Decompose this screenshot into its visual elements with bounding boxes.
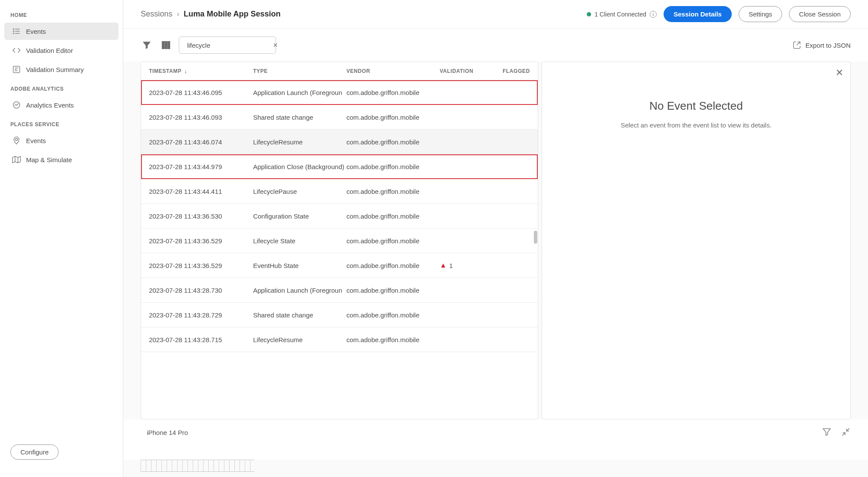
cell-timestamp: 2023-07-28 11:43:44.411	[149, 188, 253, 195]
summary-icon	[12, 65, 21, 74]
table-row[interactable]: 2023-07-28 11:43:46.095Application Launc…	[141, 80, 538, 105]
sidebar-item-places-events[interactable]: Events	[4, 132, 118, 149]
chevron-right-icon: ›	[177, 10, 179, 19]
timeline-segment	[141, 460, 254, 472]
cell-type: Application Launch (Foregroun	[253, 89, 346, 96]
timeline[interactable]	[141, 460, 851, 472]
column-header-timestamp[interactable]: TIMESTAMP ↓	[149, 68, 253, 75]
footer-bar: iPhone 14 Pro	[123, 419, 868, 460]
cell-timestamp: 2023-07-28 11:43:46.095	[149, 89, 253, 96]
cell-vendor: com.adobe.griffon.mobile	[346, 311, 440, 319]
sidebar-item-validation-editor[interactable]: Validation Editor	[4, 42, 118, 59]
cell-timestamp: 2023-07-28 11:43:44.979	[149, 163, 253, 170]
configure-button[interactable]: Configure	[10, 444, 59, 460]
cell-timestamp: 2023-07-28 11:43:46.093	[149, 114, 253, 121]
table-body: 2023-07-28 11:43:46.095Application Launc…	[141, 80, 538, 419]
cell-type: LifecycleResume	[253, 336, 346, 343]
breadcrumb-root[interactable]: Sessions	[141, 10, 172, 19]
table-row[interactable]: 2023-07-28 11:43:46.074LifecycleResumeco…	[141, 130, 538, 154]
scrollbar-thumb[interactable]	[534, 231, 537, 244]
clear-search-icon[interactable]: ×	[273, 41, 278, 49]
cell-vendor: com.adobe.griffon.mobile	[346, 262, 440, 269]
table-row[interactable]: 2023-07-28 11:43:28.730Application Launc…	[141, 278, 538, 303]
cell-type: LifecycleResume	[253, 138, 346, 146]
svg-line-20	[842, 433, 845, 435]
cell-vendor: com.adobe.griffon.mobile	[346, 237, 440, 245]
sidebar-footer: Configure	[0, 437, 123, 477]
column-header-validation[interactable]: VALIDATION	[440, 68, 503, 74]
cell-vendor: com.adobe.griffon.mobile	[346, 89, 440, 96]
table-row[interactable]: 2023-07-28 11:43:36.529EventHub Statecom…	[141, 253, 538, 278]
device-label: iPhone 14 Pro	[147, 429, 188, 436]
sidebar-item-map-simulate[interactable]: Map & Simulate	[4, 151, 118, 168]
cell-timestamp: 2023-07-28 11:43:36.529	[149, 262, 253, 269]
svg-point-5	[13, 33, 14, 34]
svg-rect-15	[165, 42, 167, 49]
session-details-button[interactable]: Session Details	[664, 6, 732, 22]
table-row[interactable]: 2023-07-28 11:43:36.530Configuration Sta…	[141, 204, 538, 229]
cell-vendor: com.adobe.griffon.mobile	[346, 212, 440, 220]
sidebar-item-validation-summary[interactable]: Validation Summary	[4, 61, 118, 78]
sidebar-item-label: Validation Summary	[26, 66, 84, 73]
sidebar-item-analytics-events[interactable]: Analytics Events	[4, 96, 118, 114]
search-field[interactable]: ×	[179, 36, 276, 54]
export-json-button[interactable]: Export to JSON	[792, 41, 851, 49]
svg-marker-11	[13, 157, 20, 163]
main: Sessions › Luma Mobile App Session 1 Cli…	[123, 0, 868, 477]
footer-filter-button[interactable]	[822, 427, 832, 438]
sort-descending-icon: ↓	[184, 68, 187, 75]
table-row[interactable]: 2023-07-28 11:43:44.979Application Close…	[141, 154, 538, 179]
filter-button[interactable]	[141, 39, 153, 51]
column-header-type[interactable]: TYPE	[253, 68, 346, 74]
collapse-icon[interactable]	[841, 427, 851, 438]
breadcrumb: Sessions › Luma Mobile App Session	[141, 10, 280, 19]
sidebar-item-label: Events	[26, 28, 46, 35]
cell-timestamp: 2023-07-28 11:43:28.715	[149, 336, 253, 343]
cell-validation: ▲1	[440, 261, 503, 269]
sidebar-section-places: PLACES SERVICE	[0, 114, 123, 131]
svg-rect-14	[162, 42, 164, 49]
sidebar-item-events[interactable]: Events	[4, 23, 118, 40]
sidebar-section-home: HOME	[0, 5, 123, 22]
table-row[interactable]: 2023-07-28 11:43:28.715LifecycleResumeco…	[141, 327, 538, 352]
header: Sessions › Luma Mobile App Session 1 Cli…	[123, 0, 868, 29]
svg-rect-16	[168, 42, 170, 49]
table-row[interactable]: 2023-07-28 11:43:44.411LifecyclePausecom…	[141, 179, 538, 204]
event-details-panel: ✕ No Event Selected Select an event from…	[542, 62, 851, 419]
connection-status: 1 Client Connected i	[587, 11, 657, 18]
column-header-vendor[interactable]: VENDOR	[346, 68, 440, 74]
close-session-button[interactable]: Close Session	[789, 6, 851, 22]
cell-timestamp: 2023-07-28 11:43:46.074	[149, 138, 253, 146]
column-header-flagged[interactable]: FLAGGED	[503, 68, 530, 74]
settings-button[interactable]: Settings	[739, 6, 782, 22]
svg-line-19	[847, 428, 849, 431]
info-icon[interactable]: i	[650, 11, 657, 18]
cell-vendor: com.adobe.griffon.mobile	[346, 336, 440, 343]
table-row[interactable]: 2023-07-28 11:43:46.093Shared state chan…	[141, 105, 538, 130]
details-title: No Event Selected	[649, 99, 743, 113]
cell-type: Shared state change	[253, 311, 346, 319]
analytics-icon	[12, 101, 21, 109]
sidebar-item-label: Events	[26, 137, 46, 144]
cell-type: Application Close (Background)	[253, 163, 346, 170]
cell-vendor: com.adobe.griffon.mobile	[346, 114, 440, 121]
cell-vendor: com.adobe.griffon.mobile	[346, 163, 440, 170]
cell-timestamp: 2023-07-28 11:43:28.729	[149, 311, 253, 319]
close-icon[interactable]: ✕	[835, 67, 843, 78]
sidebar-item-label: Validation Editor	[26, 47, 73, 54]
table-row[interactable]: 2023-07-28 11:43:28.729Shared state chan…	[141, 303, 538, 327]
table-row[interactable]: 2023-07-28 11:43:36.529Lifecycle Stateco…	[141, 229, 538, 253]
events-list-icon	[12, 27, 21, 36]
map-icon	[12, 155, 21, 164]
cell-type: EventHub State	[253, 262, 346, 269]
search-input[interactable]	[187, 42, 270, 49]
cell-timestamp: 2023-07-28 11:43:36.529	[149, 237, 253, 245]
toolbar: × Export to JSON	[123, 29, 868, 62]
cell-vendor: com.adobe.griffon.mobile	[346, 287, 440, 294]
columns-button[interactable]	[160, 39, 172, 51]
svg-point-3	[13, 29, 14, 29]
breadcrumb-current: Luma Mobile App Session	[184, 10, 280, 19]
sidebar: HOME Events Validation Editor Validation…	[0, 0, 123, 477]
cell-timestamp: 2023-07-28 11:43:36.530	[149, 212, 253, 220]
cell-type: Shared state change	[253, 114, 346, 121]
